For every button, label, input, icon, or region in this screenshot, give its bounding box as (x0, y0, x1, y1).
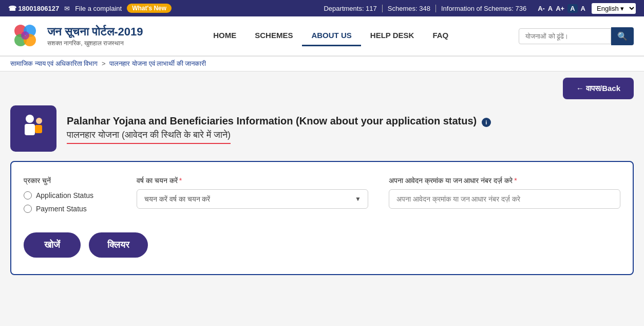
year-select[interactable]: चयन करें वर्ष का चयन करें 2023-24 2022-2… (137, 189, 368, 209)
font-normal-button[interactable]: A (548, 5, 553, 12)
top-bar: ☎ 18001806127 ✉ File a complaint What's … (0, 0, 644, 16)
search-area: 🔍 (519, 27, 634, 45)
aadhar-label: अपना आवेदन क्रमांक या जन आधार नंबर दर्ज़… (389, 176, 620, 185)
year-field-group: वर्ष का चयन करें* चयन करें वर्ष का चयन क… (137, 176, 368, 209)
page-title-english: Palanhar Yojana and Beneficiaries Inform… (67, 114, 491, 128)
radio-payment-status[interactable]: Payment Status (24, 205, 116, 213)
nav-schemes[interactable]: SCHEMES (245, 26, 302, 46)
breadcrumb-sep: > (102, 60, 106, 67)
phone-number: ☎ 18001806127 (8, 5, 59, 12)
nav-about[interactable]: ABOUT US (302, 26, 361, 46)
svg-point-4 (21, 31, 29, 40)
type-label: प्रकार चुनें (24, 176, 116, 185)
type-selector: प्रकार चुनें Application Status Payment … (24, 176, 116, 218)
svg-rect-8 (35, 125, 42, 133)
page-icon (10, 105, 56, 152)
mail-icon: ✉ (64, 5, 70, 12)
clear-button[interactable]: क्लियर (89, 232, 148, 258)
complaint-link[interactable]: File a complaint (75, 5, 122, 12)
aadhar-input[interactable] (389, 189, 620, 209)
button-row: खोजें क्लियर (24, 232, 620, 258)
nav-home[interactable]: HOME (204, 26, 245, 46)
svg-point-7 (36, 118, 42, 124)
font-a2-button[interactable]: A (581, 5, 585, 12)
logo-area: जन सूचना पोर्टल-2019 सशक्त नागरिक, खुशहा… (10, 21, 143, 51)
info-schemes-stat: Information of Schemes: 736 (436, 5, 532, 12)
logo-icon (10, 21, 41, 51)
portal-name: जन सूचना पोर्टल-2019 (47, 25, 143, 40)
year-select-wrapper: चयन करें वर्ष का चयन करें 2023-24 2022-2… (137, 189, 368, 209)
form-row: प्रकार चुनें Application Status Payment … (24, 176, 620, 218)
top-bar-right: Departments: 117 Schemes: 348 Informatio… (318, 3, 636, 14)
aadhar-field-group: अपना आवेदन क्रमांक या जन आधार नंबर दर्ज़… (389, 176, 620, 209)
svg-point-5 (26, 115, 34, 123)
aadhar-required: * (514, 176, 517, 185)
radio-application-input[interactable] (24, 191, 32, 200)
breadcrumb: सामाजिक न्याय एवं अधिकारिता विभाग > पालन… (0, 57, 644, 71)
top-bar-left: ☎ 18001806127 ✉ File a complaint What's … (8, 4, 172, 13)
search-button[interactable]: 🔍 (611, 27, 634, 45)
back-button[interactable]: ← वापस/Back (563, 78, 634, 99)
search-input[interactable] (519, 28, 611, 44)
whatsnew-button[interactable]: What's New (127, 4, 172, 13)
back-area: ← वापस/Back (0, 71, 644, 105)
breadcrumb-link-1[interactable]: सामाजिक न्याय एवं अधिकारिता विभाग (10, 60, 98, 67)
main-nav: HOME SCHEMES ABOUT US HELP DESK FAQ (204, 26, 458, 46)
page-header: Palanhar Yojana and Beneficiaries Inform… (10, 105, 634, 152)
language-select[interactable]: English ▾ हिन्दी (592, 3, 636, 14)
font-decrease-button[interactable]: A- (538, 5, 545, 12)
font-a1-button[interactable]: A (567, 4, 577, 13)
page-title-hindi: पालनहार योजना (आवेदन की स्थिति के बारे म… (67, 128, 231, 144)
radio-application-status[interactable]: Application Status (24, 191, 116, 200)
palanhar-icon (15, 111, 51, 147)
page-title-area: Palanhar Yojana and Beneficiaries Inform… (67, 114, 491, 144)
nav-helpdesk[interactable]: HELP DESK (361, 26, 424, 46)
portal-subtitle: सशक्त नागरिक, खुशहाल राजस्थान (47, 40, 143, 48)
stats-area: Departments: 117 Schemes: 348 Informatio… (318, 5, 532, 12)
year-label: वर्ष का चयन करें* (137, 176, 368, 185)
radio-payment-label[interactable]: Payment Status (36, 205, 87, 213)
breadcrumb-current: पालनहार योजना एवं लाभार्थी की जानकारी (109, 60, 206, 67)
main-content: Palanhar Yojana and Beneficiaries Inform… (0, 105, 644, 285)
radio-application-label[interactable]: Application Status (36, 191, 93, 200)
header: जन सूचना पोर्टल-2019 सशक्त नागरिक, खुशहा… (0, 16, 644, 57)
departments-stat: Departments: 117 (318, 5, 382, 12)
form-box: प्रकार चुनें Application Status Payment … (10, 161, 634, 275)
font-increase-button[interactable]: A+ (556, 5, 564, 12)
nav-faq[interactable]: FAQ (423, 26, 458, 46)
font-controls: A- A A+ A A (538, 4, 585, 13)
year-required: * (179, 176, 182, 185)
radio-payment-input[interactable] (24, 205, 32, 213)
info-icon[interactable]: i (482, 118, 491, 127)
logo-text: जन सूचना पोर्टल-2019 सशक्त नागरिक, खुशहा… (47, 25, 143, 47)
schemes-stat: Schemes: 348 (383, 5, 436, 12)
search-button[interactable]: खोजें (24, 232, 81, 258)
